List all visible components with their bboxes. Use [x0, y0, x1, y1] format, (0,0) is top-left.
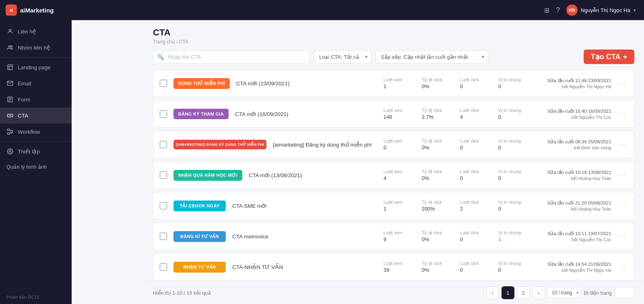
help-icon[interactable]: ?	[556, 6, 560, 14]
prev-page-button[interactable]: ‹	[486, 286, 499, 299]
cta-preview-btn-7[interactable]: NHẬN TƯ VẤN	[173, 262, 226, 273]
sidebar-item-lien-he[interactable]: Liên hệ	[0, 23, 72, 39]
sidebar-header: ai aiMarketing	[0, 0, 72, 20]
cta-preview-btn-1[interactable]: DÙNG THỬ MIỄN PHÍ	[173, 78, 230, 89]
row-menu-6[interactable]: ···	[618, 231, 627, 242]
stat-group-7: Lượt xem 39 Tỷ lệ click 0% Lượt click 0 …	[384, 261, 524, 273]
edit-by-7: bởi Nguyễn Thị Ngọc Hà	[531, 268, 611, 273]
stat-ty-le-5: Tỷ lệ click 200%	[422, 200, 448, 212]
edit-by-3: bởi Đinh Văn Hùng	[531, 145, 611, 151]
stat-luot-xem-4: Lượt xem 4	[384, 169, 410, 181]
cta-preview-btn-6[interactable]: ĐĂNG KÍ TƯ VẤN	[173, 231, 226, 242]
page-title: CTA	[153, 27, 634, 38]
stat-luot-xem-5: Lượt xem 1	[384, 200, 410, 212]
last-edit-2: Sửa lần cuối 15:40 16/09/2021 bởi Nguyễn…	[531, 108, 611, 120]
stat-ty-le-6: Tỷ lệ click 0%	[422, 230, 448, 242]
sidebar-item-cta[interactable]: CTA	[0, 108, 72, 124]
stat-vi-tri-nhung-4: Vị trí nhúng 0	[498, 169, 524, 181]
stat-luot-click-1: Lượt click 0	[460, 77, 486, 89]
row-menu-7[interactable]: ···	[618, 262, 627, 272]
stat-vi-tri-nhung-1: Vị trí nhúng 0	[498, 77, 524, 89]
table-row: NHẬN TƯ VẤN CTA-NHẬN TƯ VẤN Lượt xem 39 …	[153, 253, 634, 281]
cta-name-4: CTA mới (13/08/2021)	[249, 172, 377, 178]
page-1-button[interactable]: 1	[502, 286, 514, 299]
create-cta-button[interactable]: Tạo CTA +	[584, 50, 634, 64]
cta-name-3: [aimarketing] Đăng ký dùng thử miễn phí	[273, 141, 377, 148]
stat-vi-tri-nhung-2: Vị trí nhúng 0	[498, 108, 524, 120]
row-checkbox-3[interactable]	[160, 141, 167, 148]
breadcrumb-home[interactable]: Trang chủ	[153, 39, 175, 45]
edit-time-2: Sửa lần cuối 15:40 16/09/2021	[531, 108, 611, 114]
row-menu-3[interactable]: ···	[618, 139, 627, 150]
cta-preview-btn-2[interactable]: ĐĂNG KÝ THAM GIA	[173, 109, 229, 119]
sidebar-item-workflow[interactable]: Workflow	[0, 124, 72, 140]
sidebar-item-email[interactable]: Email	[0, 75, 72, 91]
stat-luot-xem-1: Lượt xem 1	[384, 77, 410, 89]
last-edit-1: Sửa lần cuối 11:46 23/09/2021 bởi Nguyễn…	[531, 78, 611, 89]
search-icon: 🔍	[157, 54, 164, 60]
sidebar-item-thiet-lap[interactable]: Thiết lập	[0, 143, 72, 159]
apps-icon[interactable]: ⊞	[544, 6, 549, 14]
edit-by-5: bởi Hoàng Huy Toàn	[531, 207, 611, 212]
per-page-select[interactable]: 10 / trang 20 / trang 50 / trang	[547, 287, 582, 298]
cta-preview-btn-5[interactable]: Tải Ebook Ngay	[173, 201, 226, 211]
table-row: Tải Ebook Ngay CTA SME mới Lượt xem 1 Tỷ…	[153, 192, 634, 219]
stat-luot-click-7: Lượt click 0	[460, 261, 486, 273]
page-header: CTA Trang chủ / CTA	[143, 20, 644, 50]
table-row: Nhận quà năm học mới CTA mới (13/08/2021…	[153, 161, 634, 189]
sidebar-item-landing-page[interactable]: Landing page	[0, 59, 72, 75]
page-2-button[interactable]: 2	[517, 286, 530, 299]
svg-point-16	[9, 151, 11, 152]
last-edit-5: Sửa lần cuối 21:20 05/08/2021 bởi Hoàng …	[531, 200, 611, 212]
svg-rect-13	[7, 129, 9, 130]
stat-luot-xem-7: Lượt xem 39	[384, 261, 410, 273]
next-page-button[interactable]: ›	[532, 286, 545, 299]
row-menu-1[interactable]: ···	[618, 78, 627, 89]
edit-by-2: bởi Nguyễn Thị Cúc	[531, 115, 611, 120]
row-menu-5[interactable]: ···	[618, 201, 627, 211]
goto-page-input[interactable]	[615, 287, 634, 298]
sort-select[interactable]: Sắp xếp: Cập nhật lần cuối gần nhất	[376, 50, 488, 64]
row-checkbox-1[interactable]	[160, 80, 167, 87]
stat-luot-click-2: Lượt click 4	[460, 108, 486, 120]
edit-by-6: bởi Nguyễn Thị Cúc	[531, 237, 611, 242]
row-menu-2[interactable]: ···	[618, 109, 627, 119]
sidebar-label-lien-he: Liên hệ	[18, 28, 36, 35]
cta-name-7: CTA-NHẬN TƯ VẤN	[232, 264, 377, 270]
create-cta-icon: +	[623, 53, 627, 60]
sort-select-wrap: Sắp xếp: Cập nhật lần cuối gần nhất	[376, 50, 488, 64]
sidebar-item-form[interactable]: Form	[0, 91, 72, 108]
user-menu[interactable]: HN Nguyễn Thị Ngọc Hà ▾	[566, 4, 636, 16]
stat-luot-xem-6: Lượt xem 9	[384, 230, 410, 242]
row-checkbox-5[interactable]	[160, 202, 167, 209]
stat-group-5: Lượt xem 1 Tỷ lệ click 200% Lượt click 2…	[384, 200, 524, 212]
stat-group-4: Lượt xem 4 Tỷ lệ click 0% Lượt click 0 V…	[384, 169, 524, 181]
row-checkbox-2[interactable]	[160, 110, 167, 118]
row-checkbox-7[interactable]	[160, 263, 167, 271]
result-count: Hiển thị 1-10 / 16 kết quả	[153, 290, 211, 296]
svg-rect-3	[8, 65, 12, 70]
search-input[interactable]	[153, 50, 310, 64]
cta-preview-btn-4[interactable]: Nhận quà năm học mới	[173, 170, 242, 181]
sidebar-item-quan-ly-hinh-anh[interactable]: Quản lý hình ảnh	[0, 159, 72, 174]
table-row: DÙNG THỬ MIỄN PHÍ CTA mới (23/09/2021) L…	[153, 70, 634, 97]
sidebar-label-quan-ly-hinh-anh: Quản lý hình ảnh	[6, 164, 47, 170]
app-logo[interactable]: ai	[6, 4, 17, 16]
form-icon	[6, 96, 14, 103]
cta-preview-btn-3[interactable]: [aimarketing] Đăng ký dùng thử miễn phí	[173, 140, 266, 149]
sidebar-label-nhom-lien-he: Nhóm liên hệ	[18, 44, 50, 51]
sidebar-nav: Liên hệ Nhóm liên hệ Landing page Email	[0, 20, 72, 291]
per-page-wrap: 10 / trang 20 / trang 50 / trang	[547, 287, 582, 298]
edit-time-3: Sửa lần cuối 08:39 25/08/2021	[531, 139, 611, 145]
row-checkbox-4[interactable]	[160, 172, 167, 179]
row-menu-4[interactable]: ···	[618, 170, 627, 180]
last-edit-3: Sửa lần cuối 08:39 25/08/2021 bởi Đinh V…	[531, 139, 611, 151]
layout-icon	[6, 64, 14, 71]
sidebar-item-nhom-lien-he[interactable]: Nhóm liên hệ	[0, 39, 72, 56]
row-checkbox-6[interactable]	[160, 233, 167, 240]
user-name: Nguyễn Thị Ngọc Hà	[581, 7, 630, 13]
cta-type-filter[interactable]: Loại CTA: Tất cả	[314, 50, 372, 64]
last-edit-6: Sửa lần cuối 10:11 19/07/2021 bởi Nguyễn…	[531, 231, 611, 242]
stat-vi-tri-nhung-7: Vị trí nhúng 0	[498, 261, 524, 273]
stat-ty-le-3: Tỷ lệ click 0%	[422, 139, 448, 151]
